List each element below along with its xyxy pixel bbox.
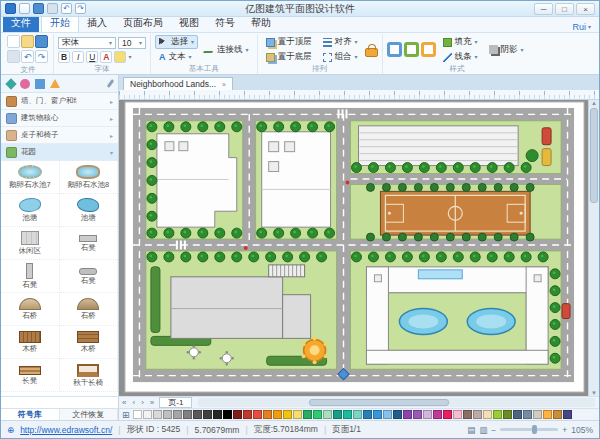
color-swatch[interactable] — [383, 410, 392, 419]
document-tab[interactable]: Neighborhood Lands... × — [123, 77, 233, 90]
tab-insert[interactable]: 插入 — [79, 15, 115, 32]
symbol-cell[interactable]: 木桥 — [60, 326, 119, 359]
color-swatch[interactable] — [353, 410, 362, 419]
symbol-cell[interactable]: 鹅卵石水池8 — [60, 161, 119, 194]
color-swatch[interactable] — [413, 410, 422, 419]
color-swatch[interactable] — [253, 410, 262, 419]
symbol-cell[interactable]: 池塘 — [1, 194, 60, 227]
close-tab-icon[interactable]: × — [222, 81, 226, 88]
color-swatch[interactable] — [463, 410, 472, 419]
fill-button[interactable]: 填充 ▾ — [439, 35, 482, 49]
color-swatch[interactable] — [513, 410, 522, 419]
style-gallery[interactable] — [387, 42, 436, 57]
color-swatch[interactable] — [153, 410, 162, 419]
color-swatch[interactable] — [273, 410, 282, 419]
font-color-button[interactable]: A — [100, 51, 112, 63]
new-document-icon[interactable] — [7, 35, 20, 48]
tab-view[interactable]: 视图 — [171, 15, 207, 32]
color-swatch[interactable] — [483, 410, 492, 419]
color-swatch[interactable] — [203, 410, 212, 419]
color-swatch[interactable] — [433, 410, 442, 419]
symbol-cell[interactable]: 石凳 — [1, 260, 60, 293]
color-swatch[interactable] — [523, 410, 532, 419]
send-to-back-button[interactable]: 置于底层 — [262, 50, 316, 64]
ribbon-undo-icon[interactable]: ↶ — [21, 50, 34, 63]
next-page-button[interactable]: › — [138, 398, 147, 407]
prev-page-button[interactable]: ‹ — [129, 398, 138, 407]
close-button[interactable]: × — [576, 3, 595, 15]
symbol-cell[interactable]: 石凳 — [60, 227, 119, 260]
symbol-cell[interactable]: 鹅卵石水池7 — [1, 161, 60, 194]
italic-button[interactable]: I — [72, 51, 84, 63]
tab-page-layout[interactable]: 页面布局 — [115, 15, 171, 32]
save-icon[interactable] — [33, 3, 44, 14]
minimize-button[interactable]: ─ — [534, 3, 553, 15]
text-tool-button[interactable]: A 文本 ▾ — [155, 50, 198, 64]
ribbon-redo-icon[interactable]: ↷ — [35, 50, 48, 63]
drawing-canvas[interactable] — [119, 100, 588, 396]
align-button[interactable]: 对齐 ▾ — [319, 35, 362, 49]
pin-icon[interactable] — [107, 79, 115, 88]
color-swatch[interactable] — [223, 410, 232, 419]
style-thumb[interactable] — [404, 42, 419, 57]
color-swatch[interactable] — [213, 410, 222, 419]
fit-page-icon[interactable]: ▤ — [467, 425, 475, 435]
color-swatch[interactable] — [313, 410, 322, 419]
color-swatch[interactable] — [143, 410, 152, 419]
color-swatch[interactable] — [363, 410, 372, 419]
scroll-up-icon[interactable]: ▲ — [591, 100, 597, 106]
underline-button[interactable]: U — [86, 51, 98, 63]
shadow-button[interactable]: 阴影 ▾ — [485, 43, 528, 57]
color-swatch[interactable] — [473, 410, 482, 419]
color-swatch[interactable] — [183, 410, 192, 419]
last-page-button[interactable]: » — [147, 398, 157, 407]
redo-icon[interactable]: ↷ — [75, 3, 86, 14]
color-swatch[interactable] — [423, 410, 432, 419]
triangle-shape-icon[interactable] — [50, 79, 60, 88]
lock-icon[interactable] — [365, 48, 378, 57]
color-swatch[interactable] — [343, 410, 352, 419]
color-swatch[interactable] — [193, 410, 202, 419]
scrollbar-thumb[interactable] — [309, 399, 449, 406]
symbol-cell[interactable]: 长凳 — [1, 359, 60, 392]
color-swatch[interactable] — [333, 410, 342, 419]
category-garden[interactable]: 花园 ▾ — [1, 144, 118, 161]
zoom-slider-knob[interactable] — [532, 425, 537, 434]
highlight-color-button[interactable] — [114, 51, 126, 63]
circle-shape-icon[interactable] — [20, 79, 30, 89]
color-swatch[interactable] — [163, 410, 172, 419]
zoom-slider[interactable] — [500, 428, 558, 431]
category-building-core[interactable]: 建筑物核心 ▸ — [1, 110, 118, 127]
tab-file-recovery[interactable]: 文件恢复 — [60, 409, 119, 420]
color-swatch[interactable] — [173, 410, 182, 419]
symbol-cell[interactable]: 休闲区 — [1, 227, 60, 260]
color-swatch[interactable] — [403, 410, 412, 419]
color-swatch[interactable] — [553, 410, 562, 419]
print-icon[interactable] — [47, 3, 58, 14]
tab-symbol-library[interactable]: 符号库 — [1, 409, 60, 420]
bold-button[interactable]: B — [58, 51, 70, 63]
color-swatch[interactable] — [563, 410, 572, 419]
vertical-scrollbar[interactable]: ▲ ▼ — [588, 100, 599, 396]
symbol-cell[interactable]: 秋千长椅 — [60, 359, 119, 392]
color-swatch[interactable] — [323, 410, 332, 419]
zoom-out-icon[interactable]: − — [491, 425, 496, 435]
website-link[interactable]: http://www.edrawsoft.cn/ — [20, 425, 112, 435]
tab-file[interactable]: 文件 — [3, 15, 39, 32]
color-swatch[interactable] — [233, 410, 242, 419]
horizontal-scrollbar[interactable] — [198, 398, 595, 407]
symbol-cell[interactable]: 木桥 — [1, 326, 60, 359]
diamond-shape-icon[interactable] — [5, 78, 16, 89]
first-page-button[interactable]: « — [119, 398, 129, 407]
color-swatch[interactable] — [533, 410, 542, 419]
save-file-icon[interactable] — [35, 35, 48, 48]
color-swatch[interactable] — [303, 410, 312, 419]
color-swatch[interactable] — [133, 410, 142, 419]
group-button[interactable]: 组合 ▾ — [319, 50, 362, 64]
color-swatch[interactable] — [453, 410, 462, 419]
color-swatch[interactable] — [293, 410, 302, 419]
category-tables-chairs[interactable]: 桌子和椅子 ▸ — [1, 127, 118, 144]
symbol-cell[interactable]: 石桥 — [1, 293, 60, 326]
tab-help[interactable]: 帮助 — [243, 15, 279, 32]
new-file-icon[interactable] — [19, 3, 30, 14]
